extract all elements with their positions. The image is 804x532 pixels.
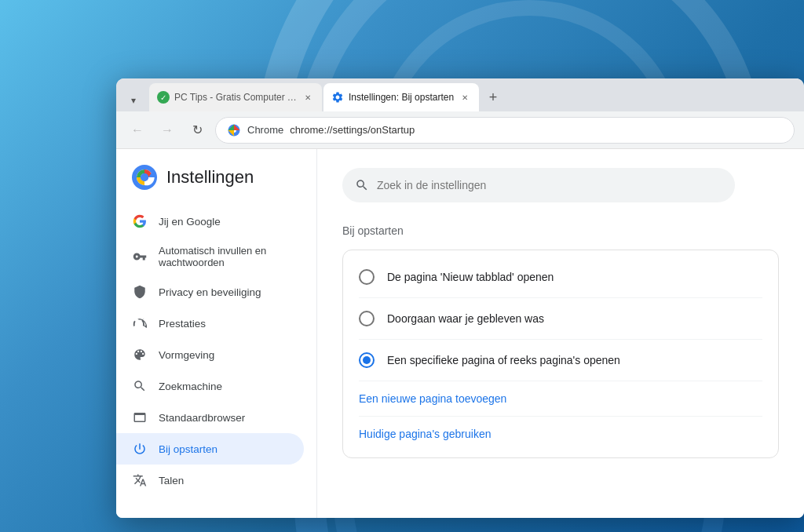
sidebar-item-jij-google[interactable]: Jij en Google bbox=[116, 206, 304, 237]
sidebar-title: Instellingen bbox=[166, 167, 254, 188]
checkmark-icon: ✓ bbox=[157, 91, 170, 104]
sidebar-label-talen: Talen bbox=[159, 475, 184, 486]
settings-sidebar: Instellingen Jij en Google bbox=[116, 149, 317, 518]
key-icon bbox=[132, 249, 148, 264]
shield-icon bbox=[132, 284, 148, 300]
tab-pc-tips[interactable]: ✓ PC Tips - Gratis Computer Tips. ✕ bbox=[149, 83, 322, 111]
sidebar-item-zoekmachine[interactable]: Zoekmachine bbox=[116, 370, 304, 402]
tab-bar: ▾ ✓ PC Tips - Gratis Computer Tips. ✕ In… bbox=[116, 78, 804, 111]
gauge-icon bbox=[132, 315, 148, 331]
search-icon bbox=[132, 378, 148, 394]
sidebar-label-vormgeving: Vormgeving bbox=[159, 349, 214, 361]
back-icon: ← bbox=[131, 123, 144, 137]
option-label-continue: Doorgaan waar je gebleven was bbox=[387, 312, 544, 325]
sidebar-label-privacy: Privacy en beveiliging bbox=[159, 286, 261, 298]
tab-title-pc-tips: PC Tips - Gratis Computer Tips. bbox=[174, 92, 297, 103]
browser-window: ▾ ✓ PC Tips - Gratis Computer Tips. ✕ In… bbox=[116, 78, 804, 518]
settings-search-bar[interactable] bbox=[342, 168, 735, 202]
forward-button[interactable]: → bbox=[155, 118, 179, 142]
sidebar-item-privacy[interactable]: Privacy en beveiliging bbox=[116, 276, 304, 308]
sidebar-label-zoekmachine: Zoekmachine bbox=[159, 381, 222, 392]
add-page-row: Een nieuwe pagina toevoegen bbox=[343, 381, 778, 416]
svg-point-2 bbox=[141, 173, 148, 181]
chrome-settings-logo bbox=[132, 165, 157, 190]
translate-icon bbox=[132, 472, 148, 488]
tab-settings[interactable]: Instellingen: Bij opstarten ✕ bbox=[323, 83, 479, 111]
startup-options-card: De pagina 'Nieuw tabblad' openen Doorgaa… bbox=[342, 250, 779, 458]
address-url: chrome://settings/onStartup bbox=[290, 124, 415, 136]
tab-title-settings: Instellingen: Bij opstarten bbox=[349, 92, 454, 103]
option-new-tab[interactable]: De pagina 'Nieuw tabblad' openen bbox=[343, 257, 778, 297]
option-label-new-tab: De pagina 'Nieuw tabblad' openen bbox=[387, 271, 554, 283]
sidebar-item-talen[interactable]: Talen bbox=[116, 465, 304, 496]
use-current-pages-link[interactable]: Huidige pagina's gebruiken bbox=[359, 428, 491, 440]
add-new-page-link[interactable]: Een nieuwe pagina toevoegen bbox=[359, 392, 506, 405]
radio-continue[interactable] bbox=[359, 311, 375, 326]
radio-specific-page[interactable] bbox=[359, 352, 375, 368]
palette-icon bbox=[132, 347, 148, 363]
sidebar-label-bij-opstarten: Bij opstarten bbox=[159, 443, 217, 455]
option-continue[interactable]: Doorgaan waar je gebleven was bbox=[343, 298, 778, 339]
section-title-bij-opstarten: Bij opstarten bbox=[342, 224, 779, 237]
chevron-down-icon: ▾ bbox=[131, 95, 136, 106]
address-bar[interactable]: Chrome chrome://settings/onStartup bbox=[215, 117, 795, 144]
sidebar-nav: Jij en Google Automatisch invullen en wa… bbox=[116, 206, 316, 496]
tab-dropdown-button[interactable]: ▾ bbox=[122, 89, 144, 111]
address-bar-row: ← → ↻ Chrome chrome://settings/onStartup bbox=[116, 111, 804, 149]
sidebar-label-autofill: Automatisch invullen en wachtwoorden bbox=[159, 245, 288, 268]
sidebar-label-standaardbrowser: Standaardbrowser bbox=[159, 412, 245, 424]
radio-inner-selected bbox=[363, 356, 371, 364]
search-settings-icon bbox=[355, 178, 369, 192]
sidebar-header: Instellingen bbox=[116, 165, 316, 206]
new-tab-button[interactable]: + bbox=[482, 86, 504, 108]
google-g-icon bbox=[132, 213, 148, 229]
sidebar-label-jij-google: Jij en Google bbox=[159, 216, 221, 228]
sidebar-item-autofill[interactable]: Automatisch invullen en wachtwoorden bbox=[116, 237, 304, 276]
tab-close-settings[interactable]: ✕ bbox=[459, 91, 471, 104]
chrome-brand-label: Chrome bbox=[247, 124, 283, 136]
reload-icon: ↻ bbox=[192, 122, 203, 137]
forward-icon: → bbox=[161, 123, 174, 137]
radio-new-tab[interactable] bbox=[359, 269, 375, 285]
tab-close-pc-tips[interactable]: ✕ bbox=[302, 91, 314, 104]
power-icon bbox=[132, 441, 148, 457]
browser-content: Instellingen Jij en Google bbox=[116, 149, 804, 518]
settings-search-input[interactable] bbox=[377, 179, 722, 191]
chrome-logo-icon bbox=[227, 123, 241, 137]
tab-favicon-settings bbox=[331, 91, 344, 104]
reload-button[interactable]: ↻ bbox=[185, 118, 209, 142]
back-button[interactable]: ← bbox=[126, 118, 149, 142]
use-current-pages-row: Huidige pagina's gebruiken bbox=[343, 417, 778, 451]
sidebar-item-prestaties[interactable]: Prestaties bbox=[116, 308, 304, 339]
sidebar-item-standaardbrowser[interactable]: Standaardbrowser bbox=[116, 402, 304, 433]
settings-main: Bij opstarten De pagina 'Nieuw tabblad' … bbox=[317, 149, 804, 518]
browser-icon bbox=[132, 410, 148, 425]
sidebar-item-bij-opstarten[interactable]: Bij opstarten bbox=[116, 433, 304, 465]
option-specific-page[interactable]: Een specifieke pagina of reeks pagina's … bbox=[343, 340, 778, 381]
option-label-specific-page: Een specifieke pagina of reeks pagina's … bbox=[387, 354, 620, 366]
sidebar-label-prestaties: Prestaties bbox=[159, 318, 206, 330]
sidebar-item-vormgeving[interactable]: Vormgeving bbox=[116, 339, 304, 370]
tab-favicon-pc-tips: ✓ bbox=[157, 91, 170, 104]
